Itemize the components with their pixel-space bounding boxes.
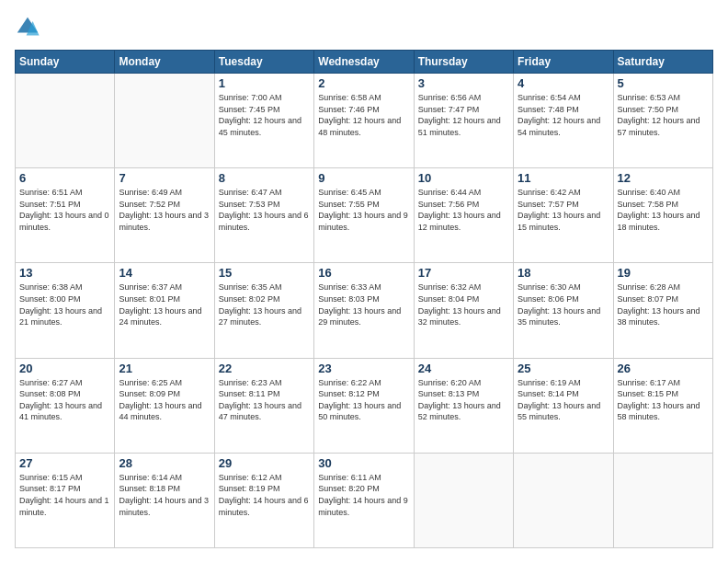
page: SundayMondayTuesdayWednesdayThursdayFrid… <box>0 0 728 563</box>
calendar-cell: 10Sunrise: 6:44 AMSunset: 7:56 PMDayligh… <box>414 168 513 263</box>
calendar-cell: 4Sunrise: 6:54 AMSunset: 7:48 PMDaylight… <box>514 74 613 168</box>
calendar-cell: 30Sunrise: 6:11 AMSunset: 8:20 PMDayligh… <box>314 453 414 547</box>
calendar-cell: 19Sunrise: 6:28 AMSunset: 8:07 PMDayligh… <box>613 263 712 358</box>
day-number: 12 <box>618 171 709 185</box>
weekday-header-wednesday: Wednesday <box>314 51 414 74</box>
day-number: 14 <box>119 266 210 280</box>
day-info: Sunrise: 6:51 AMSunset: 7:51 PMDaylight:… <box>19 187 110 233</box>
day-number: 6 <box>19 171 110 185</box>
calendar-cell: 20Sunrise: 6:27 AMSunset: 8:08 PMDayligh… <box>16 358 115 453</box>
calendar-cell: 21Sunrise: 6:25 AMSunset: 8:09 PMDayligh… <box>115 358 214 453</box>
weekday-header-sunday: Sunday <box>16 51 115 74</box>
day-info: Sunrise: 6:28 AMSunset: 8:07 PMDaylight:… <box>618 282 709 327</box>
calendar-cell <box>115 74 214 168</box>
day-info: Sunrise: 6:45 AMSunset: 7:55 PMDaylight:… <box>318 187 409 233</box>
calendar-cell: 2Sunrise: 6:58 AMSunset: 7:46 PMDaylight… <box>314 74 414 168</box>
day-info: Sunrise: 6:49 AMSunset: 7:52 PMDaylight:… <box>119 187 210 233</box>
day-info: Sunrise: 6:17 AMSunset: 8:15 PMDaylight:… <box>618 377 709 423</box>
day-info: Sunrise: 6:33 AMSunset: 8:03 PMDaylight:… <box>318 282 409 327</box>
day-number: 24 <box>418 362 509 375</box>
calendar-cell: 6Sunrise: 6:51 AMSunset: 7:51 PMDaylight… <box>16 168 115 263</box>
day-info: Sunrise: 6:58 AMSunset: 7:46 PMDaylight:… <box>318 92 409 138</box>
calendar-cell: 29Sunrise: 6:12 AMSunset: 8:19 PMDayligh… <box>214 453 313 547</box>
day-number: 2 <box>318 76 409 90</box>
day-info: Sunrise: 6:19 AMSunset: 8:14 PMDaylight:… <box>518 377 609 423</box>
day-info: Sunrise: 6:54 AMSunset: 7:48 PMDaylight:… <box>518 92 609 138</box>
calendar-cell: 16Sunrise: 6:33 AMSunset: 8:03 PMDayligh… <box>314 263 414 358</box>
calendar-week-1: 1Sunrise: 7:00 AMSunset: 7:45 PMDaylight… <box>16 74 713 168</box>
day-info: Sunrise: 6:25 AMSunset: 8:09 PMDaylight:… <box>119 377 210 423</box>
header <box>15 15 713 40</box>
calendar-cell: 27Sunrise: 6:15 AMSunset: 8:17 PMDayligh… <box>16 453 115 547</box>
calendar-cell <box>16 74 115 168</box>
day-info: Sunrise: 6:23 AMSunset: 8:11 PMDaylight:… <box>219 377 310 423</box>
logo <box>15 15 44 40</box>
calendar-cell: 1Sunrise: 7:00 AMSunset: 7:45 PMDaylight… <box>214 74 313 168</box>
day-info: Sunrise: 6:11 AMSunset: 8:20 PMDaylight:… <box>318 472 409 518</box>
calendar-cell <box>514 453 613 547</box>
day-info: Sunrise: 6:30 AMSunset: 8:06 PMDaylight:… <box>518 282 609 327</box>
day-info: Sunrise: 6:44 AMSunset: 7:56 PMDaylight:… <box>418 187 509 233</box>
calendar-cell: 24Sunrise: 6:20 AMSunset: 8:13 PMDayligh… <box>414 358 513 453</box>
calendar-cell: 5Sunrise: 6:53 AMSunset: 7:50 PMDaylight… <box>613 74 712 168</box>
day-number: 29 <box>219 456 310 470</box>
calendar-cell: 23Sunrise: 6:22 AMSunset: 8:12 PMDayligh… <box>314 358 414 453</box>
day-info: Sunrise: 7:00 AMSunset: 7:45 PMDaylight:… <box>219 92 310 138</box>
day-info: Sunrise: 6:22 AMSunset: 8:12 PMDaylight:… <box>318 377 409 423</box>
day-info: Sunrise: 6:42 AMSunset: 7:57 PMDaylight:… <box>518 187 609 233</box>
day-number: 9 <box>318 171 409 185</box>
day-number: 23 <box>318 362 409 375</box>
day-number: 11 <box>518 171 609 185</box>
day-info: Sunrise: 6:53 AMSunset: 7:50 PMDaylight:… <box>618 92 709 138</box>
calendar-cell: 12Sunrise: 6:40 AMSunset: 7:58 PMDayligh… <box>613 168 712 263</box>
calendar-cell: 17Sunrise: 6:32 AMSunset: 8:04 PMDayligh… <box>414 263 513 358</box>
calendar-cell <box>613 453 712 547</box>
day-number: 1 <box>219 76 310 90</box>
day-number: 30 <box>318 456 409 470</box>
calendar-cell <box>414 453 513 547</box>
calendar-week-3: 13Sunrise: 6:38 AMSunset: 8:00 PMDayligh… <box>16 263 713 358</box>
weekday-header-thursday: Thursday <box>414 51 513 74</box>
day-number: 13 <box>19 266 110 280</box>
day-number: 27 <box>19 456 110 470</box>
day-info: Sunrise: 6:56 AMSunset: 7:47 PMDaylight:… <box>418 92 509 138</box>
calendar-table: SundayMondayTuesdayWednesdayThursdayFrid… <box>15 50 713 548</box>
day-number: 18 <box>518 266 609 280</box>
weekday-header-saturday: Saturday <box>613 51 712 74</box>
day-info: Sunrise: 6:12 AMSunset: 8:19 PMDaylight:… <box>219 472 310 518</box>
day-number: 19 <box>618 266 709 280</box>
day-number: 17 <box>418 266 509 280</box>
calendar-cell: 13Sunrise: 6:38 AMSunset: 8:00 PMDayligh… <box>16 263 115 358</box>
calendar-cell: 7Sunrise: 6:49 AMSunset: 7:52 PMDaylight… <box>115 168 214 263</box>
calendar-cell: 26Sunrise: 6:17 AMSunset: 8:15 PMDayligh… <box>613 358 712 453</box>
day-info: Sunrise: 6:20 AMSunset: 8:13 PMDaylight:… <box>418 377 509 423</box>
calendar-header: SundayMondayTuesdayWednesdayThursdayFrid… <box>16 51 713 74</box>
day-info: Sunrise: 6:35 AMSunset: 8:02 PMDaylight:… <box>219 282 310 327</box>
day-number: 22 <box>219 362 310 375</box>
weekday-header-tuesday: Tuesday <box>214 51 313 74</box>
weekday-header-friday: Friday <box>514 51 613 74</box>
calendar-cell: 28Sunrise: 6:14 AMSunset: 8:18 PMDayligh… <box>115 453 214 547</box>
calendar-cell: 22Sunrise: 6:23 AMSunset: 8:11 PMDayligh… <box>214 358 313 453</box>
day-number: 28 <box>119 456 210 470</box>
calendar-cell: 11Sunrise: 6:42 AMSunset: 7:57 PMDayligh… <box>514 168 613 263</box>
day-info: Sunrise: 6:27 AMSunset: 8:08 PMDaylight:… <box>19 377 110 423</box>
calendar-week-4: 20Sunrise: 6:27 AMSunset: 8:08 PMDayligh… <box>16 358 713 453</box>
calendar-body: 1Sunrise: 7:00 AMSunset: 7:45 PMDaylight… <box>16 74 713 548</box>
day-number: 15 <box>219 266 310 280</box>
calendar-week-5: 27Sunrise: 6:15 AMSunset: 8:17 PMDayligh… <box>16 453 713 547</box>
day-info: Sunrise: 6:40 AMSunset: 7:58 PMDaylight:… <box>618 187 709 233</box>
weekday-header-row: SundayMondayTuesdayWednesdayThursdayFrid… <box>16 51 713 74</box>
day-number: 4 <box>518 76 609 90</box>
day-info: Sunrise: 6:14 AMSunset: 8:18 PMDaylight:… <box>119 472 210 518</box>
day-info: Sunrise: 6:38 AMSunset: 8:00 PMDaylight:… <box>19 282 110 327</box>
day-number: 7 <box>119 171 210 185</box>
day-info: Sunrise: 6:47 AMSunset: 7:53 PMDaylight:… <box>219 187 310 233</box>
day-number: 21 <box>119 362 210 375</box>
day-info: Sunrise: 6:37 AMSunset: 8:01 PMDaylight:… <box>119 282 210 327</box>
logo-icon <box>15 15 40 40</box>
day-number: 5 <box>618 76 709 90</box>
day-info: Sunrise: 6:32 AMSunset: 8:04 PMDaylight:… <box>418 282 509 327</box>
calendar-cell: 15Sunrise: 6:35 AMSunset: 8:02 PMDayligh… <box>214 263 313 358</box>
calendar-cell: 8Sunrise: 6:47 AMSunset: 7:53 PMDaylight… <box>214 168 313 263</box>
